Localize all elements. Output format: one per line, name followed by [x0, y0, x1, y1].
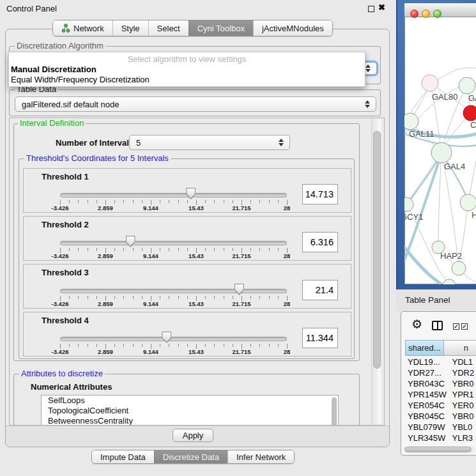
- table-row[interactable]: YDR27...YDR2: [405, 367, 476, 378]
- attributes-scrollbar[interactable]: [332, 397, 337, 426]
- slider-tick: [278, 344, 279, 347]
- table-hscrollbar-track[interactable]: [404, 446, 475, 453]
- slider-tick: [214, 200, 215, 203]
- close-icon[interactable]: ✖: [378, 3, 385, 12]
- tab-label: Network: [73, 24, 104, 33]
- slider-track[interactable]: [60, 337, 287, 341]
- network-node[interactable]: [422, 75, 438, 91]
- cell-shared-name: YDR27...: [405, 367, 449, 378]
- slider-tick: [96, 344, 97, 347]
- threshold-value-field[interactable]: [302, 184, 338, 204]
- table-row[interactable]: YIL052CYIL0: [405, 443, 476, 445]
- network-node[interactable]: [404, 113, 418, 130]
- popup-option[interactable]: Manual Discretization: [9, 65, 365, 75]
- cell-shared-name: YBR045C: [405, 411, 449, 422]
- slider-tick: [114, 200, 115, 203]
- network-node[interactable]: [443, 279, 456, 284]
- slider-tick: [142, 344, 142, 347]
- table-row[interactable]: YDL19...YDL1: [405, 357, 476, 367]
- scrollpane-scrollbar-track[interactable]: [371, 119, 381, 424]
- close-traffic-light-icon[interactable]: [410, 10, 418, 18]
- tab-infer-network[interactable]: Infer Network: [227, 450, 294, 463]
- slider-tick: [123, 296, 124, 299]
- threshold-panel: Threshold 4-3.4262.8599.14415.4321.71528: [23, 312, 351, 357]
- slider-thumb[interactable]: [186, 188, 196, 199]
- threshold-value-field[interactable]: [302, 232, 338, 252]
- attribute-item[interactable]: SelfLoops: [42, 395, 338, 406]
- cell-name: YER0: [449, 400, 476, 411]
- slider-tick: [160, 248, 160, 251]
- tab-network[interactable]: Network: [53, 20, 112, 36]
- slider-tick-label: -3.426: [52, 204, 69, 211]
- scrollpane-scrollbar-thumb[interactable]: [373, 131, 381, 369]
- slider-tick: [269, 248, 270, 251]
- combo-arrows-icon: [365, 65, 371, 72]
- column-header-shared[interactable]: shared...: [405, 340, 444, 356]
- thresholds-group: Threshold's Coordinates for 5 Intervals …: [19, 158, 355, 359]
- tab-cyni-toolbox[interactable]: Cyni Toolbox: [188, 20, 253, 36]
- slider-tick: [205, 344, 206, 347]
- slider-tick: [269, 296, 270, 299]
- table-data-combobox-value: galFiltered.sif default node: [22, 100, 119, 109]
- slider-tick: [160, 296, 160, 299]
- checkbox-icon[interactable]: ✓: [453, 323, 459, 330]
- slider-tick: [187, 200, 188, 203]
- network-node[interactable]: [463, 105, 476, 121]
- table-hscrollbar-thumb[interactable]: [404, 447, 472, 452]
- network-node-label: HAP2: [440, 251, 462, 261]
- attribute-item[interactable]: BetweennessCentrality: [42, 416, 338, 426]
- threshold-label: Threshold 2: [42, 220, 89, 229]
- slider-tick: [250, 248, 251, 251]
- slider-track[interactable]: [60, 289, 287, 293]
- table-row[interactable]: YLR345WYLR3: [405, 433, 476, 443]
- number-of-intervals-spinner[interactable]: 5: [129, 135, 290, 150]
- tab-discretize-data[interactable]: Discretize Data: [154, 450, 227, 463]
- cell-shared-name: YER054C: [405, 400, 449, 411]
- slider-thumb[interactable]: [162, 332, 171, 343]
- slider-thumb[interactable]: [234, 284, 244, 295]
- table-row[interactable]: YBR043CYBR0: [405, 378, 476, 389]
- slider-track[interactable]: [60, 193, 287, 197]
- network-node[interactable]: [460, 194, 476, 211]
- gear-icon[interactable]: ⚙: [411, 318, 422, 330]
- slider-track[interactable]: [60, 241, 287, 245]
- table-row[interactable]: YPR145WYPR1: [405, 389, 476, 400]
- float-window-icon[interactable]: [368, 6, 374, 12]
- tab-impute-data[interactable]: Impute Data: [92, 450, 154, 463]
- screen: Control Panel ✖ NetworkStyleSelectCyni T…: [0, 0, 476, 476]
- table-row[interactable]: YBR045CYBR0: [405, 411, 476, 422]
- table-panel-bar: Table Panel: [396, 289, 476, 311]
- interval-definition-label: Interval Definition: [18, 119, 86, 128]
- tab-style[interactable]: Style: [112, 20, 148, 36]
- network-node[interactable]: [459, 77, 475, 94]
- table-row[interactable]: YBL079WYBL0: [405, 422, 476, 433]
- slider-tick: [250, 344, 251, 347]
- slider-tick: [269, 344, 270, 347]
- tab-select[interactable]: Select: [148, 20, 188, 36]
- network-node[interactable]: [404, 197, 413, 211]
- network-node-label: GAL4: [444, 162, 465, 171]
- slider-tick: [88, 296, 88, 299]
- panel-title: Control Panel: [6, 4, 57, 13]
- columns-icon[interactable]: [432, 321, 443, 330]
- slider-thumb[interactable]: [126, 236, 135, 247]
- tab-jactivemnodules[interactable]: jActiveMNodules: [253, 20, 332, 36]
- checkbox-icon[interactable]: ✓: [461, 323, 468, 330]
- network-canvas[interactable]: GAL80GACGAL11GAL4GCY1HHAP2: [404, 17, 476, 284]
- table-data-combobox[interactable]: galFiltered.sif default node: [15, 96, 376, 112]
- slider-tick: [169, 248, 169, 251]
- table-row[interactable]: YER054CYER0: [405, 400, 476, 411]
- threshold-value-field[interactable]: [302, 328, 338, 348]
- network-node[interactable]: [452, 261, 466, 275]
- threshold-value-field[interactable]: [302, 280, 338, 300]
- slider-tick-label: 15.43: [188, 300, 204, 307]
- minimize-traffic-light-icon[interactable]: [422, 10, 430, 18]
- apply-button[interactable]: Apply: [173, 429, 213, 442]
- cell-name: YBR0: [449, 378, 476, 389]
- popup-option[interactable]: Equal Width/Frequency Discretization: [9, 75, 365, 85]
- attribute-item[interactable]: TopologicalCoefficient: [42, 406, 338, 416]
- zoom-traffic-light-icon[interactable]: [433, 10, 441, 18]
- numerical-attributes-list[interactable]: SelfLoopsTopologicalCoefficientBetweenne…: [41, 395, 339, 426]
- column-header-name[interactable]: n: [444, 340, 476, 356]
- network-node[interactable]: [431, 142, 452, 163]
